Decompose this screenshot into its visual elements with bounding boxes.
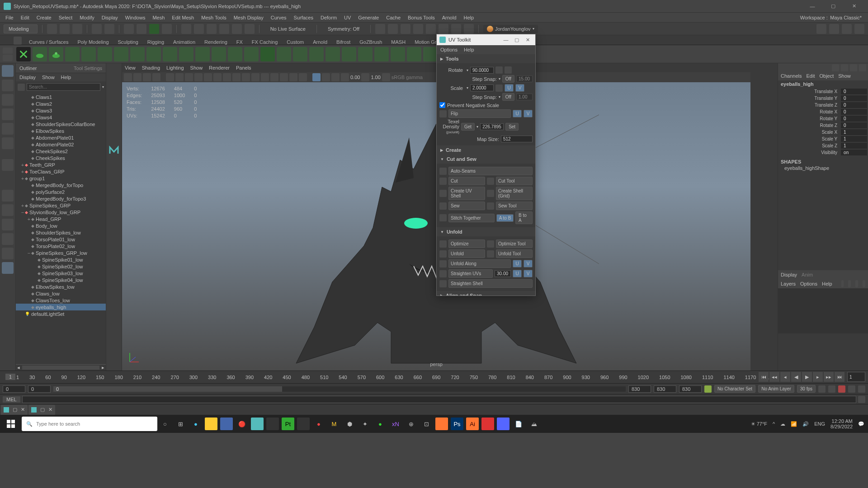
discord-icon[interactable] [497,418,509,430]
snap-plane-icon[interactable] [207,24,217,34]
account-dropdown[interactable]: JordanYounglov▾ [483,25,538,33]
shelf-nav-icon[interactable] [3,55,13,61]
flip-u-button[interactable]: U [513,110,522,117]
last-tool[interactable] [2,159,14,171]
menu-bonus-tools[interactable]: Bonus Tools [404,14,439,21]
shelf-tab-rendering[interactable]: Rendering [200,38,232,46]
render-settings-icon[interactable] [413,24,423,34]
open-scene-icon[interactable] [60,24,70,34]
layout-2h[interactable] [2,219,14,230]
ipr-icon[interactable] [401,24,410,34]
uv-close-button[interactable]: ✕ [523,37,533,43]
spotify-icon[interactable]: ● [374,418,387,430]
vp-res-icon[interactable] [185,73,193,81]
vp-light-icon[interactable] [223,73,231,81]
vp-xrayj-icon[interactable] [299,73,307,81]
photoshop-icon[interactable]: Ps [451,418,463,430]
outliner-item-CheekSpikes2[interactable]: ◆CheekSpikes2 [16,148,106,155]
character-set-dropdown[interactable]: No Character Set [714,385,755,393]
optimize-button[interactable]: Optimize [448,239,485,248]
step-forward-button[interactable]: ▸ [813,372,823,382]
command-input[interactable] [22,396,856,403]
vp-exposure-icon[interactable] [341,73,349,81]
menu-edit[interactable]: Edit [17,14,33,21]
shelf-tab-animation[interactable]: Animation [169,38,200,46]
app-6-icon[interactable]: ⊡ [420,418,433,430]
shelf-tab-poly-modeling[interactable]: Poly Modeling [73,38,113,46]
creategrid-button[interactable]: Create Shell (Grid) [496,187,533,200]
stitch-btoa-button[interactable]: B to A [515,211,533,224]
shelf-tab-rigging[interactable]: Rigging [143,38,169,46]
unfoldtool-button[interactable]: Unfold Tool [496,249,533,258]
menu-display[interactable]: Display [98,14,122,21]
menu-uv[interactable]: UV [340,14,354,21]
menu-create[interactable]: Create [33,14,55,21]
xgen-13-icon[interactable] [228,47,242,61]
vp-dof-icon[interactable] [270,73,278,81]
uv-tools-section[interactable]: ▶Tools [437,54,535,63]
prevent-negative-checkbox[interactable] [439,102,445,108]
vp-bookmark-icon[interactable] [133,73,142,81]
outliner-item-TorsoPlate02_low[interactable]: ◆TorsoPlate02_low [16,243,106,249]
edge-icon[interactable]: ● [189,418,202,430]
channel-attributes[interactable]: Translate X0Translate Y0Translate Z0Rota… [778,88,868,156]
save-scene-icon[interactable] [72,24,82,34]
unfoldalong-v[interactable]: V [524,260,533,267]
vp-ao-icon[interactable] [242,73,250,81]
notifications-icon[interactable]: 💬 [858,421,864,427]
shape-node[interactable]: eyeballs_highShape [778,165,868,171]
layout-single[interactable] [2,190,14,202]
layer-down-icon[interactable] [855,280,858,287]
outliner-item-Claws_low[interactable]: ◆Claws_low [16,290,106,297]
vp-image-icon[interactable] [143,73,151,81]
maya-taskbar-icon[interactable] [251,418,264,430]
xgen-3-icon[interactable] [65,47,80,61]
vp-view-menu[interactable]: View [125,65,136,70]
anim-layer-dropdown[interactable]: No Anim Layer [758,385,794,393]
menu-help[interactable]: Help [460,14,478,21]
layout-outliner[interactable] [2,262,14,274]
xgen-20-icon[interactable] [342,47,356,61]
app-3-icon[interactable]: M [328,418,340,430]
menu-deform[interactable]: Deform [317,14,340,21]
outliner-item-Claws3[interactable]: ◆Claws3 [16,107,106,114]
straighten-v[interactable]: V [524,270,533,277]
range-loop-icon[interactable] [818,385,826,393]
outliner-item-SpineSpike02_low[interactable]: ◆SpineSpike02_low [16,263,106,270]
outliner-item-CheekSpikes[interactable]: ◆CheekSpikes [16,155,106,161]
outliner-item-polySurface2[interactable]: ◆polySurface2 [16,188,106,195]
shelf-tab-fx-caching[interactable]: FX Caching [247,38,282,46]
move-tool[interactable] [2,108,14,120]
xgen-2-icon[interactable] [49,47,63,61]
taskbar-search[interactable]: 🔍Type here to search [22,417,157,431]
outliner-item-ElbowSpikes_low[interactable]: ◆ElbowSpikes_low [16,283,106,290]
acrobat-icon[interactable] [481,418,494,430]
layer-list[interactable] [778,288,868,333]
scene-tab-2[interactable]: ▢✕ [28,405,55,415]
menu-windows[interactable]: Windows [122,14,149,21]
layers-options[interactable]: Options [800,281,817,286]
layout-3[interactable] [2,248,14,259]
xgen-5-icon[interactable] [98,47,112,61]
channels-show[interactable]: Show [838,73,851,79]
outliner-item-ElbowSpikes[interactable]: ◆ElbowSpikes [16,127,106,134]
outliner-item-MergedBody_forTopo[interactable]: ◆MergedBody_forTopo [16,182,106,188]
sidebar-toggle-1-icon[interactable] [816,24,826,34]
play-forward-button[interactable]: ▶ [802,372,812,382]
range-track[interactable]: 0 [53,386,626,392]
xgen-7-icon[interactable] [130,47,145,61]
vp-lighting-menu[interactable]: Lighting [166,65,184,70]
xgen-25-icon[interactable] [423,47,438,61]
symmetry-dropdown[interactable]: Symmetry: Off [321,26,366,32]
step-back-key-button[interactable]: ◂◂ [769,372,779,382]
goto-end-button[interactable]: ⏭ [835,372,844,382]
xgen-4-icon[interactable] [81,47,96,61]
vp-view-icon[interactable] [331,73,340,81]
scale-input[interactable] [470,84,494,91]
outliner-filter-icon[interactable] [18,84,25,91]
menuset-dropdown[interactable]: Modeling [4,24,38,33]
time-slider[interactable]: 1 13060901201501802102402703003303603904… [0,371,868,383]
outliner-item-eyeballs_high[interactable]: ◆eyeballs_high [16,304,106,310]
vp-shadow-icon[interactable] [232,73,241,81]
scale-v-button[interactable]: V [515,84,524,92]
